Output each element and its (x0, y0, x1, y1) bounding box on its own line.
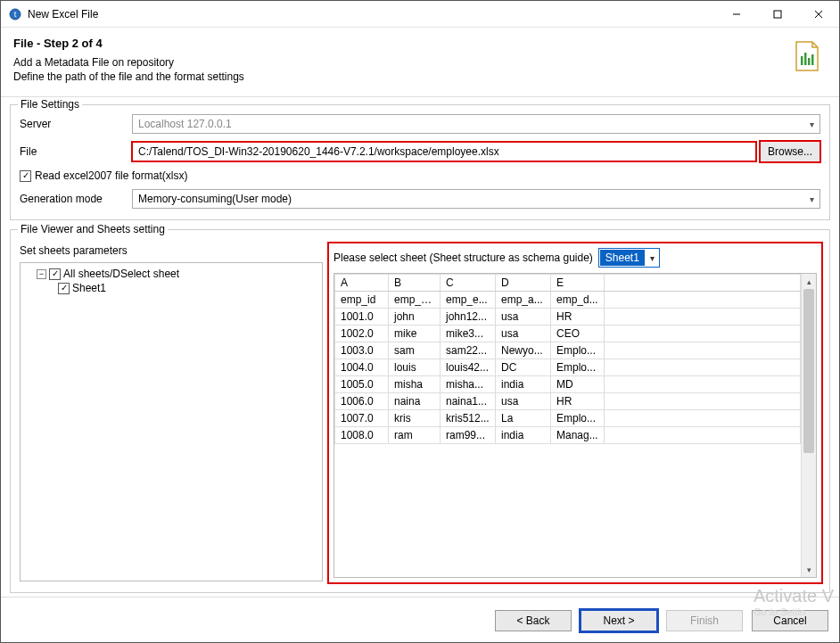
sheet-preview-table-wrap: A B C D E (334, 273, 817, 578)
vertical-scrollbar[interactable]: ▴ ▾ (801, 274, 816, 577)
server-value: Localhost 127.0.0.1 (138, 118, 232, 130)
sheet-select-prompt: Please select sheet (Sheet structure as … (334, 251, 593, 264)
file-row: File Browse... (20, 141, 820, 162)
server-row: Server Localhost 127.0.0.1 ▾ (20, 114, 820, 134)
wizard-header: File - Step 2 of 4 Add a Metadata File o… (1, 28, 839, 97)
scroll-up-icon[interactable]: ▴ (802, 274, 816, 289)
sheets-tree[interactable]: − ✓ All sheets/DSelect sheet ✓ Sheet1 (20, 262, 323, 581)
table-row[interactable]: emp_id emp_n... emp_e... emp_a... emp_d.… (335, 292, 801, 309)
wizard-footer: Activate V Go to Settin < Back Next > Fi… (1, 597, 839, 642)
tree-collapse-icon[interactable]: − (37, 269, 46, 279)
svg-rect-9 (811, 54, 814, 65)
gen-mode-select[interactable]: Memory-consuming(User mode) ▾ (132, 189, 820, 209)
close-button[interactable] (798, 1, 839, 28)
wizard-header-icon (787, 37, 827, 84)
file-viewer-label: File Viewer and Sheets setting (18, 223, 168, 235)
server-select[interactable]: Localhost 127.0.0.1 ▾ (132, 114, 820, 134)
tree-child-row[interactable]: ✓ Sheet1 (26, 281, 317, 295)
dialog-window: t New Excel File File - Step 2 of 4 Add … (0, 0, 840, 643)
wizard-step-sub1: Add a Metadata File on repository (13, 55, 787, 70)
table-row[interactable]: 1001.0johnjohn12...usaHR (335, 309, 801, 326)
col-header[interactable]: D (496, 275, 551, 292)
sheet-preview-panel: Please select sheet (Sheet structure as … (330, 244, 820, 581)
close-icon (814, 10, 823, 19)
scroll-down-icon[interactable]: ▾ (802, 562, 816, 577)
table-row[interactable]: 1007.0kriskris512...LaEmplo... (335, 410, 801, 427)
table-row[interactable]: 1008.0ramram99...indiaManag... (335, 427, 801, 444)
file-label: File (20, 145, 127, 158)
maximize-icon (773, 10, 782, 19)
svg-rect-3 (774, 11, 781, 18)
table-row[interactable]: 1002.0mikemike3...usaCEO (335, 326, 801, 342)
col-header[interactable]: B (389, 275, 441, 292)
wizard-header-text: File - Step 2 of 4 Add a Metadata File o… (13, 37, 787, 84)
titlebar: t New Excel File (1, 1, 839, 28)
sheet-select[interactable]: Sheet1 ▾ (598, 248, 660, 268)
svg-rect-8 (808, 58, 811, 65)
table-column-letters: A B C D E (335, 275, 801, 292)
back-button[interactable]: < Back (495, 610, 572, 631)
svg-rect-7 (804, 53, 807, 65)
gen-mode-row: Generation mode Memory-consuming(User mo… (20, 189, 820, 209)
sheet-select-value: Sheet1 (600, 250, 645, 266)
table-row[interactable]: 1004.0louislouis42...DCEmplo... (335, 359, 801, 376)
gen-mode-value: Memory-consuming(User mode) (138, 193, 292, 205)
tree-root-checkbox[interactable]: ✓ (49, 268, 61, 280)
table-body: emp_id emp_n... emp_e... emp_a... emp_d.… (335, 292, 801, 444)
tree-root-row[interactable]: − ✓ All sheets/DSelect sheet (26, 267, 317, 281)
excel-file-icon (793, 40, 821, 72)
file-settings-label: File Settings (18, 98, 82, 111)
chevron-down-icon: ▾ (810, 120, 814, 129)
wizard-step-title: File - Step 2 of 4 (13, 37, 787, 50)
chevron-down-icon: ▾ (646, 253, 659, 263)
file-settings-group: File Settings Server Localhost 127.0.0.1… (10, 104, 830, 220)
table-row[interactable]: 1006.0nainanaina1...usaHR (335, 393, 801, 410)
tree-child-label: Sheet1 (72, 282, 106, 294)
read-xlsx-row[interactable]: ✓ Read excel2007 file format(xlsx) (20, 169, 820, 182)
finish-button: Finish (666, 610, 743, 631)
col-header-empty (605, 275, 801, 292)
file-path-input[interactable] (132, 142, 756, 161)
maximize-button[interactable] (757, 1, 798, 28)
sheet-preview-scroll[interactable]: A B C D E (334, 274, 801, 577)
tree-child-checkbox[interactable]: ✓ (58, 283, 70, 294)
wizard-content: File Settings Server Localhost 127.0.0.1… (1, 97, 839, 597)
app-icon: t (8, 7, 22, 21)
col-header[interactable]: A (335, 275, 389, 292)
chevron-down-icon: ▾ (810, 194, 814, 204)
table-row[interactable]: 1005.0mishamisha...indiaMD (335, 376, 801, 393)
cancel-button[interactable]: Cancel (752, 610, 828, 631)
svg-rect-6 (801, 56, 803, 65)
minimize-button[interactable] (716, 1, 757, 28)
wizard-step-sub2: Define the path of the file and the form… (13, 70, 787, 84)
scroll-track[interactable] (802, 289, 816, 562)
minimize-icon (732, 10, 741, 19)
sheet-preview-table: A B C D E (334, 274, 801, 444)
sheets-tree-panel: Set sheets parameters − ✓ All sheets/DSe… (20, 244, 323, 581)
tree-root-label: All sheets/DSelect sheet (63, 268, 179, 280)
next-button[interactable]: Next > (581, 610, 657, 631)
read-xlsx-label: Read excel2007 file format(xlsx) (35, 169, 187, 182)
window-title: New Excel File (28, 8, 98, 21)
gen-mode-label: Generation mode (20, 193, 127, 205)
col-header[interactable]: C (441, 275, 496, 292)
sheets-tree-label: Set sheets parameters (20, 244, 323, 257)
browse-button[interactable]: Browse... (760, 141, 820, 162)
read-xlsx-checkbox[interactable]: ✓ (20, 170, 31, 182)
table-row[interactable]: 1003.0samsam22...Newyo...Emplo... (335, 342, 801, 359)
file-viewer-group: File Viewer and Sheets setting Set sheet… (10, 229, 830, 593)
sheet-select-row: Please select sheet (Sheet structure as … (334, 248, 817, 268)
scroll-thumb[interactable] (803, 289, 814, 452)
col-header[interactable]: E (551, 275, 605, 292)
server-label: Server (20, 118, 127, 130)
